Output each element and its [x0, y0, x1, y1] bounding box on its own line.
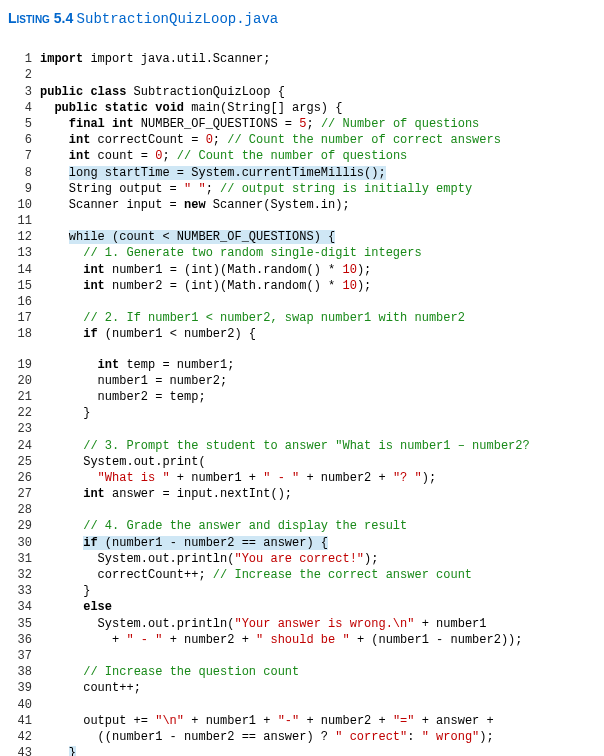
code-text: +	[112, 633, 126, 647]
str: "What is "	[98, 471, 170, 485]
str: " wrong"	[422, 730, 480, 744]
line-number: 25	[8, 454, 32, 470]
highlight: }	[69, 746, 76, 756]
comment: // Count the number of correct answers	[227, 133, 501, 147]
highlight: long startTime = System.currentTimeMilli…	[69, 166, 386, 180]
code-text: (number1 - number2 == answer) {	[98, 536, 328, 550]
code-text: + number1	[414, 617, 486, 631]
str: " should be "	[256, 633, 350, 647]
line-number: 15	[8, 278, 32, 294]
line-number: 18	[8, 326, 32, 342]
kw: else	[83, 600, 112, 614]
comment: // 4. Grade the answer and display the r…	[83, 519, 407, 533]
highlight: while (count < NUMBER_OF_QUESTIONS) {	[69, 230, 335, 244]
comment: // 1. Generate two random single-digit i…	[83, 246, 421, 260]
listing-file: SubtractionQuizLoop.java	[77, 11, 279, 27]
code-text: + number1 +	[184, 714, 278, 728]
str: "Your answer is wrong.\n"	[234, 617, 414, 631]
line-number: 22	[8, 405, 32, 421]
comment: // Count the number of questions	[177, 149, 407, 163]
line-number: 43	[8, 745, 32, 756]
code-text: ;	[306, 117, 320, 131]
line-number: 20	[8, 373, 32, 389]
line-number: 26	[8, 470, 32, 486]
str: "-"	[278, 714, 300, 728]
kw: new	[184, 198, 206, 212]
code-text: );	[357, 263, 371, 277]
line-number: 29	[8, 518, 32, 534]
str: " "	[184, 182, 206, 196]
line-number: 32	[8, 567, 32, 583]
line-number: 8	[8, 165, 32, 181]
str: "? "	[393, 471, 422, 485]
line-number: 9	[8, 181, 32, 197]
code-text: + number2 +	[162, 633, 256, 647]
line-number: 13	[8, 245, 32, 261]
str: " - "	[126, 633, 162, 647]
listing-header: Listing 5.4 SubtractionQuizLoop.java	[8, 10, 596, 27]
line-number: 27	[8, 486, 32, 502]
str: "\n"	[155, 714, 184, 728]
line-number: 38	[8, 664, 32, 680]
str: "You are correct!"	[234, 552, 364, 566]
line-number: 17	[8, 310, 32, 326]
line-number: 35	[8, 616, 32, 632]
comment: // Increase the correct answer count	[213, 568, 472, 582]
code-block: 1import import java.util.Scanner; 2 3pub…	[8, 35, 596, 756]
line-number: 21	[8, 389, 32, 405]
line-number: 19	[8, 357, 32, 373]
str: " correct"	[335, 730, 407, 744]
line-number: 34	[8, 599, 32, 615]
code-text: ;	[206, 182, 220, 196]
code-text: + number2 +	[299, 471, 393, 485]
code-text: ((number1 - number2 == answer) ?	[98, 730, 336, 744]
num: 0	[206, 133, 213, 147]
code-text: }	[83, 584, 90, 598]
code-text: + (number1 - number2));	[350, 633, 523, 647]
line-number: 12	[8, 229, 32, 245]
code-text: + number1 +	[170, 471, 264, 485]
line-number: 11	[8, 213, 32, 229]
line-number: 5	[8, 116, 32, 132]
code-text: );	[357, 279, 371, 293]
highlight: if (number1 - number2 == answer) {	[83, 536, 328, 550]
code-text: import java.util.Scanner;	[90, 52, 270, 66]
line-number: 14	[8, 262, 32, 278]
code-text: );	[364, 552, 378, 566]
line-number: 3	[8, 84, 32, 100]
line-number: 6	[8, 132, 32, 148]
num: 10	[342, 279, 356, 293]
str: "="	[393, 714, 415, 728]
comment: // 3. Prompt the student to answer "What…	[83, 439, 529, 453]
comment: // Increase the question count	[83, 665, 299, 679]
line-number: 30	[8, 535, 32, 551]
comment: // 2. If number1 < number2, swap number1…	[83, 311, 465, 325]
line-number: 36	[8, 632, 32, 648]
line-number: 33	[8, 583, 32, 599]
line-number: 23	[8, 421, 32, 437]
code-text: (number1 < number2) {	[98, 327, 256, 341]
line-number: 37	[8, 648, 32, 664]
comment: // Number of questions	[321, 117, 479, 131]
line-number: 41	[8, 713, 32, 729]
line-number: 1	[8, 51, 32, 67]
kw: if	[83, 536, 97, 550]
kw: if	[83, 327, 97, 341]
comment: // output string is initially empty	[220, 182, 472, 196]
line-number: 7	[8, 148, 32, 164]
str: " - "	[263, 471, 299, 485]
code-text: }	[83, 406, 90, 420]
code-text: ;	[162, 149, 176, 163]
num: 10	[342, 263, 356, 277]
line-number: 4	[8, 100, 32, 116]
code-text: correctCount++;	[98, 568, 213, 582]
code-text: + answer +	[415, 714, 494, 728]
line-number: 42	[8, 729, 32, 745]
line-number: 28	[8, 502, 32, 518]
line-number: 16	[8, 294, 32, 310]
line-number: 40	[8, 697, 32, 713]
listing-label: Listing 5.4	[8, 10, 73, 26]
line-number: 2	[8, 67, 32, 83]
code-text: :	[407, 730, 421, 744]
line-number: 10	[8, 197, 32, 213]
